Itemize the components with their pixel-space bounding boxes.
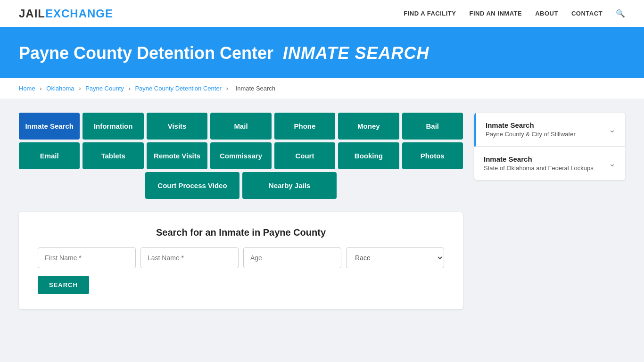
sidebar-item-sub-2: State of Oklahoma and Federal Lockups (484, 165, 594, 172)
breadcrumb-current: Inmate Search (236, 85, 276, 92)
breadcrumb-oklahoma[interactable]: Oklahoma (46, 85, 74, 92)
tabs-row-2: Email Tablets Remote Visits Commissary C… (19, 142, 463, 169)
tab-nearby-jails[interactable]: Nearby Jails (242, 172, 337, 199)
left-column: Inmate Search Information Visits Mail Ph… (19, 113, 463, 309)
tab-court-process-video[interactable]: Court Process Video (145, 172, 239, 199)
page-title: Payne County Detention Center INMATE SEA… (19, 43, 625, 63)
logo-part1: JAIL (19, 7, 45, 20)
sidebar-card: Inmate Search Payne County & City of Sti… (474, 113, 625, 180)
main-content: Inmate Search Information Visits Mail Ph… (0, 99, 644, 323)
tab-money[interactable]: Money (338, 113, 399, 140)
tab-phone[interactable]: Phone (274, 113, 335, 140)
sidebar-item-title-1: Inmate Search (486, 121, 576, 129)
hero-title-em: INMATE SEARCH (283, 43, 429, 63)
tab-email[interactable]: Email (19, 142, 80, 169)
breadcrumb-detention-center[interactable]: Payne County Detention Center (135, 85, 222, 92)
tabs-row-1: Inmate Search Information Visits Mail Ph… (19, 113, 463, 140)
tab-visits[interactable]: Visits (147, 113, 207, 140)
nav-contact[interactable]: CONTACT (571, 10, 603, 17)
breadcrumb-home[interactable]: Home (19, 85, 35, 92)
chevron-down-icon-2: ⌄ (609, 158, 616, 169)
logo[interactable]: JAILEXCHANGE (19, 7, 113, 20)
tab-bail[interactable]: Bail (402, 113, 463, 140)
tab-photos[interactable]: Photos (402, 142, 463, 169)
nav-find-inmate[interactable]: FIND AN INMATE (469, 10, 522, 17)
search-icon[interactable]: 🔍 (616, 9, 625, 18)
tabs-grid: Inmate Search Information Visits Mail Ph… (19, 113, 463, 199)
tab-commissary[interactable]: Commissary (210, 142, 271, 169)
breadcrumb-payne-county[interactable]: Payne County (85, 85, 124, 92)
tab-mail[interactable]: Mail (210, 113, 271, 140)
tabs-row-3: Court Process Video Nearby Jails (19, 172, 463, 199)
age-input[interactable] (243, 247, 341, 268)
right-sidebar: Inmate Search Payne County & City of Sti… (474, 113, 625, 309)
chevron-down-icon: ⌄ (609, 124, 616, 135)
tab-tablets[interactable]: Tablets (83, 142, 143, 169)
first-name-input[interactable] (38, 247, 136, 268)
search-fields: Race White Black Hispanic Asian Other (38, 247, 444, 268)
search-form-container: Search for an Inmate in Payne County Rac… (19, 212, 463, 309)
nav-links: FIND A FACILITY FIND AN INMATE ABOUT CON… (404, 9, 625, 18)
tab-court[interactable]: Court (274, 142, 335, 169)
logo-part2: EXCHANGE (45, 7, 113, 20)
nav-find-facility[interactable]: FIND A FACILITY (404, 10, 456, 17)
tab-information[interactable]: Information (83, 113, 143, 140)
last-name-input[interactable] (140, 247, 239, 268)
sidebar-item-sub-1: Payne County & City of Stillwater (486, 131, 576, 138)
race-select[interactable]: Race White Black Hispanic Asian Other (346, 247, 444, 268)
hero-title-main: Payne County Detention Center (19, 43, 273, 63)
tab-remote-visits[interactable]: Remote Visits (147, 142, 207, 169)
sidebar-item-oklahoma-federal[interactable]: Inmate Search State of Oklahoma and Fede… (474, 147, 625, 180)
tab-booking[interactable]: Booking (338, 142, 399, 169)
hero-banner: Payne County Detention Center INMATE SEA… (0, 28, 644, 78)
tab-inmate-search[interactable]: Inmate Search (19, 113, 80, 140)
search-button[interactable]: SEARCH (38, 276, 89, 294)
breadcrumb: Home › Oklahoma › Payne County › Payne C… (0, 78, 644, 99)
nav-about[interactable]: ABOUT (535, 10, 558, 17)
sidebar-item-title-2: Inmate Search (484, 155, 594, 163)
sidebar-item-payne-county[interactable]: Inmate Search Payne County & City of Sti… (474, 113, 625, 147)
search-form-title: Search for an Inmate in Payne County (38, 227, 444, 238)
navbar: JAILEXCHANGE FIND A FACILITY FIND AN INM… (0, 0, 644, 28)
